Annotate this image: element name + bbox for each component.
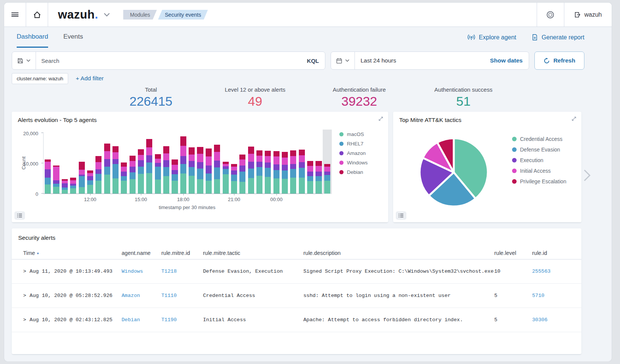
bar-segment[interactable] [273, 164, 280, 170]
legend-item[interactable]: Defense Evasion [512, 147, 566, 153]
bar-segment[interactable] [53, 167, 59, 180]
bar-segment[interactable] [290, 156, 296, 164]
bar-segment[interactable] [265, 162, 271, 168]
mitre-id-link[interactable]: T1218 [161, 269, 203, 274]
bar-segment[interactable] [189, 167, 195, 176]
bar-segment[interactable] [231, 167, 237, 170]
bar-segment[interactable] [112, 152, 119, 159]
agent-name-link[interactable]: Debian [122, 317, 161, 323]
search-input[interactable] [36, 58, 301, 64]
bar-segment[interactable] [130, 161, 136, 167]
bar-segment[interactable] [273, 170, 280, 178]
bar-segment[interactable] [197, 147, 203, 154]
bar-segment[interactable] [307, 161, 313, 166]
bar-segment[interactable] [189, 147, 195, 155]
bar-segment[interactable] [130, 172, 136, 179]
bar-segment[interactable] [206, 166, 212, 173]
bar-segment[interactable] [104, 167, 110, 175]
bar-segment[interactable] [223, 174, 229, 194]
legend-item[interactable]: Debian [339, 169, 368, 175]
bar-segment[interactable] [79, 162, 85, 170]
bar-segment[interactable] [130, 167, 136, 172]
bar-segment[interactable] [95, 162, 102, 169]
bar-segment[interactable] [180, 146, 186, 156]
cluster-status-icon[interactable] [537, 3, 564, 27]
bar-segment[interactable] [290, 169, 296, 178]
bar-segment[interactable] [214, 167, 220, 179]
agent-name-link[interactable]: Amazon [122, 293, 161, 298]
user-menu[interactable]: wazuh [564, 3, 612, 27]
bar-segment[interactable] [265, 177, 271, 194]
bar-segment[interactable] [172, 170, 178, 174]
bar-segment[interactable] [290, 164, 296, 169]
bar-segment[interactable] [282, 158, 288, 165]
bar-segment[interactable] [206, 181, 212, 194]
bar-segment[interactable] [95, 169, 102, 174]
expand-row-icon[interactable]: > [23, 317, 26, 323]
column-header-rule-mitre-tactic[interactable]: rule.mitre.tactic [203, 250, 303, 256]
bar-segment[interactable] [70, 180, 76, 184]
bar-segment[interactable] [121, 167, 127, 172]
bar-segment[interactable] [197, 169, 203, 180]
bar-segment[interactable] [138, 149, 144, 155]
column-header-rule-description[interactable]: rule.description [303, 250, 494, 256]
bar-segment[interactable] [53, 166, 59, 167]
bar-segment[interactable] [315, 176, 322, 181]
bar-segment[interactable] [172, 165, 178, 170]
agent-name-link[interactable]: Windows [122, 269, 161, 274]
bar-segment[interactable] [324, 175, 330, 181]
bar-segment[interactable] [265, 151, 271, 156]
column-header-rule-id[interactable]: rule.id [532, 250, 574, 256]
legend-item[interactable]: RHEL7 [339, 141, 368, 147]
bar-segment[interactable] [248, 178, 254, 194]
bar-segment[interactable] [172, 174, 178, 181]
legend-item[interactable]: Execution [512, 157, 566, 163]
show-dates-button[interactable]: Show dates [484, 57, 529, 64]
bar-segment[interactable] [45, 184, 51, 194]
date-quick-menu[interactable] [331, 52, 355, 69]
bar-segment[interactable] [315, 172, 322, 176]
bar-segment[interactable] [45, 178, 51, 184]
home-icon[interactable] [26, 3, 48, 27]
bar-segment[interactable] [87, 173, 93, 177]
bar-segment[interactable] [121, 162, 127, 167]
breadcrumb-security-events[interactable]: Security events [158, 10, 208, 20]
bar-segment[interactable] [282, 152, 288, 158]
bar-segment[interactable] [223, 162, 229, 164]
bar-segment[interactable] [206, 156, 212, 166]
bar-segment[interactable] [53, 187, 59, 194]
bar-segment[interactable] [53, 184, 59, 187]
bar-segment[interactable] [163, 176, 169, 194]
bar-segment[interactable] [231, 181, 237, 194]
bar-segment[interactable] [130, 179, 136, 194]
bar-segment[interactable] [189, 161, 195, 167]
bar-segment[interactable] [180, 164, 186, 174]
column-header-agent-name[interactable]: agent.name [122, 250, 161, 256]
bar-segment[interactable] [172, 181, 178, 194]
bar-segment[interactable] [307, 166, 313, 172]
saved-queries-menu[interactable] [12, 52, 36, 69]
bar-segment[interactable] [223, 166, 229, 169]
bar-segment[interactable] [248, 154, 254, 162]
bar-segment[interactable] [256, 162, 262, 167]
bar-segment[interactable] [189, 176, 195, 194]
generate-report-button[interactable]: Generate report [531, 34, 584, 41]
bar-segment[interactable] [155, 154, 161, 159]
bar-segment[interactable] [315, 181, 322, 194]
bar-segment[interactable] [223, 169, 229, 174]
bar-segment[interactable] [53, 180, 59, 184]
refresh-button[interactable]: Refresh [534, 52, 584, 70]
bar-segment[interactable] [70, 184, 76, 186]
rule-id-link[interactable]: 30306 [532, 317, 574, 323]
bar-segment[interactable] [79, 170, 85, 175]
explore-agent-button[interactable]: Explore agent [467, 34, 516, 41]
column-header-rule-level[interactable]: rule.level [494, 250, 532, 256]
expand-panel-icon[interactable] [571, 116, 577, 122]
column-header-rule-mitre-id[interactable]: rule.mitre.id [161, 250, 203, 256]
bar-segment[interactable] [324, 172, 330, 175]
bar-segment[interactable] [324, 181, 330, 194]
bar-segment[interactable] [273, 151, 280, 156]
bar-segment[interactable] [239, 166, 245, 171]
bar-segment[interactable] [70, 188, 76, 194]
bar-segment[interactable] [265, 156, 271, 162]
